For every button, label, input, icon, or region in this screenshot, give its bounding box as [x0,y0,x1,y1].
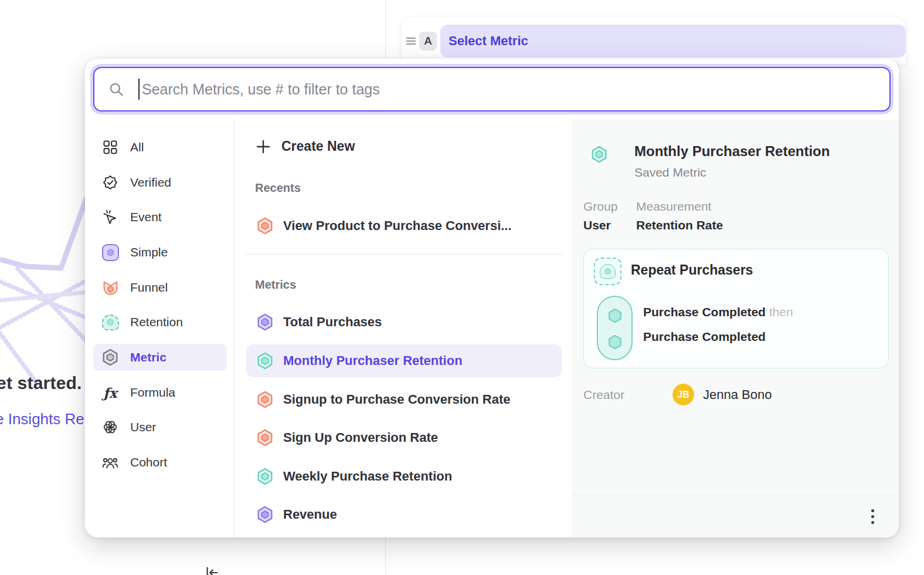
creator-avatar[interactable]: JB [672,384,694,405]
collapse-left-icon [204,565,219,575]
metric-hexagon-icon [256,506,274,523]
metric-row-selected[interactable]: Monthly Purchaser Retention [246,344,562,377]
background-link-fragment[interactable]: e Insights Re [0,410,84,428]
background-chart-illustration [0,194,88,393]
metric-row[interactable]: Weekly Purchase Retention [246,463,562,490]
series-letter-badge: A [419,32,437,50]
sidebar-item-all[interactable]: All [93,134,227,161]
sidebar-item-label: Metric [130,350,167,364]
create-new-label: Create New [281,138,355,154]
sidebar-item-cohort[interactable]: Cohort [93,449,227,476]
metric-row-label: Weekly Purchase Retention [283,469,452,484]
metric-row-label: Sign Up Conversion Rate [283,430,438,445]
metric-hexagon-icon [256,313,274,331]
grid-icon [101,138,119,156]
metric-definition-card: Repeat Purchasers Purchase Completed the… [583,249,889,368]
measurement-label: Measurement [636,199,711,214]
sidebar-item-funnel[interactable]: Funnel [93,274,227,301]
detail-footer-divider [573,495,899,495]
list-section-divider [244,254,563,255]
background-heading-fragment: et started. [0,373,82,393]
select-metric-label: Select Metric [449,33,528,49]
sidebar-item-simple[interactable]: Simple [93,239,227,266]
more-options-button[interactable] [863,506,882,527]
sidebar-item-metric[interactable]: Metric [93,344,227,371]
measurement-value: Retention Rate [636,218,723,232]
creator-label: Creator [583,388,624,402]
metric-hexagon-icon [101,349,119,366]
funnel-metric-icon [256,429,274,447]
creator-name: Jenna Bono [703,387,772,402]
sidebar-item-event[interactable]: Event [93,204,227,231]
sidebar-footer-divider [85,552,235,552]
sidebar-item-label: Formula [130,385,175,400]
sidebar-item-label: Retention [130,315,183,329]
retention-metric-icon [256,352,274,370]
metric-row-label: Monthly Purchaser Retention [283,353,463,368]
retention-definition-icon [594,258,621,285]
metric-row-label: Revenue [283,507,337,522]
definition-title: Repeat Purchasers [631,262,753,278]
metric-row[interactable]: Signup to Purchase Conversion Rate [246,386,562,413]
formula-fx-icon: ƒx [101,384,119,401]
plus-icon [256,139,271,154]
simple-hexagon-icon [101,243,119,261]
text-cursor [138,79,140,100]
event-sequence-capsule [597,296,633,360]
sidebar-item-label: Funnel [130,280,168,295]
create-new-button[interactable]: Create New [256,138,355,154]
category-sidebar: All Verified [85,120,235,537]
metric-row[interactable]: Revenue [246,501,562,528]
detail-title: Monthly Purchaser Retention [634,143,830,160]
verified-badge-icon [101,174,119,191]
funnel-metric-icon [256,391,274,408]
drag-handle-icon[interactable] [406,38,416,45]
sidebar-item-label: Event [130,210,162,224]
metric-list-panel: Create New Recents View Product to Purch… [235,120,573,537]
collapse-sidebar-button[interactable] [201,562,222,575]
metric-row[interactable]: Sign Up Conversion Rate [246,424,562,451]
sidebar-item-retention[interactable]: Retention [93,309,227,336]
metrics-header: Metrics [255,278,296,292]
metric-type-icon [590,146,608,163]
sidebar-item-formula[interactable]: ƒx Formula [93,379,227,406]
sidebar-item-label: Cohort [130,455,167,469]
recents-header: Recents [255,181,301,195]
retention-metric-icon [256,468,274,485]
event-hexagon-icon [606,333,624,351]
sidebar-item-label: User [130,420,156,434]
search-input[interactable]: Search Metrics, use # to filter to tags [93,67,891,111]
retention-arch-icon [101,313,119,331]
select-metric-pill[interactable]: Select Metric [440,25,906,58]
metric-row[interactable]: Total Purchases [246,309,562,336]
group-value: User [583,218,611,232]
sidebar-item-user[interactable]: User [93,414,227,441]
definition-step-1: Purchase Completed then [643,305,793,319]
event-hexagon-icon [606,307,624,324]
user-flower-icon [101,418,119,436]
metric-picker-modal: Search Metrics, use # to filter to tags … [85,59,899,537]
funnel-metric-icon [256,217,274,235]
sidebar-item-label: Simple [130,245,168,259]
sidebar-item-label: All [130,140,144,154]
metric-row-label: View Product to Purchase Conversi... [283,218,512,234]
recent-metric-row[interactable]: View Product to Purchase Conversi... [246,212,562,239]
detail-subtitle: Saved Metric [634,165,706,180]
cursor-sparkle-icon [101,208,119,226]
group-label: Group [583,199,617,214]
metric-row-label: Total Purchases [283,314,382,330]
funnel-hexagon-icon [101,279,119,296]
cohort-people-icon [101,454,119,471]
sidebar-item-verified[interactable]: Verified [93,169,227,196]
metric-detail-panel: Monthly Purchaser Retention Saved Metric… [573,120,899,537]
sidebar-item-label: Verified [130,175,171,190]
metric-row-label: Signup to Purchase Conversion Rate [283,392,511,407]
search-icon [108,82,124,97]
screen: et started. e Insights Re A Select Metri… [0,0,924,575]
search-placeholder: Search Metrics, use # to filter to tags [142,81,380,98]
then-connector: then [769,305,793,319]
query-builder-row: A Select Metric [402,18,906,65]
definition-step-2: Purchase Completed [643,330,766,344]
